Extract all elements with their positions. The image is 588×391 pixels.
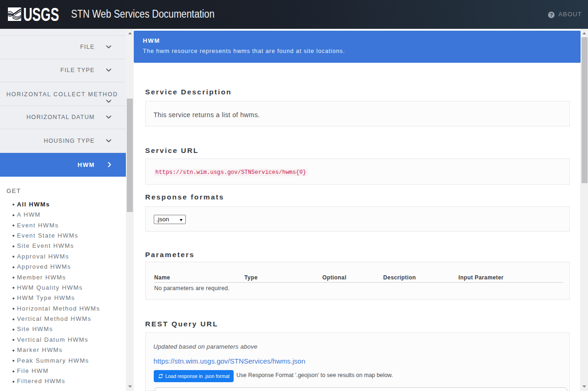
svg-text:USGS: USGS: [23, 7, 59, 21]
